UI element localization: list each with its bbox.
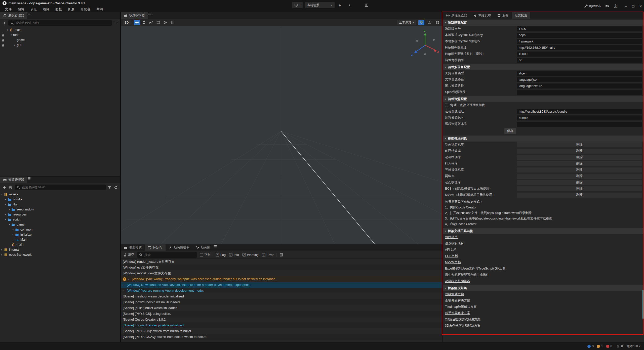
asset-node-resources[interactable]: ▸resources [0,212,120,217]
link-游戏模板项目[interactable]: 游戏模板项目 [445,241,464,246]
menu-3[interactable]: 节点 [28,7,39,12]
link-全栈开发解决方案[interactable]: 全栈开发解决方案 [445,298,470,303]
section-header-6[interactable]: ▾框架解决方案 [443,285,644,291]
remote-load-checkbox[interactable]: 游戏中资源是否远程加载 [443,102,644,108]
remove-module-button[interactable]: 剔除 [517,193,642,198]
log-row-8[interactable]: [Scene] [box2d]:box2d wasm lib loaded. [121,299,442,305]
remove-module-button[interactable]: 剔除 [517,167,642,172]
link-2D角色扮演游戏解决方案[interactable]: 2D角色扮演游戏解决方案 [445,317,480,322]
log-row-9[interactable]: [Scene] [bullet]:bullet wasm lib loaded. [121,305,442,311]
link-战棋游戏框架[interactable]: 战棋游戏框架 [445,292,464,296]
chevron-right-icon[interactable]: ▸ [11,233,15,236]
menu-7[interactable]: 开发者 [78,7,93,12]
link-ECS文档[interactable]: ECS文档 [445,254,458,258]
field-input-0-1[interactable] [517,33,642,38]
menu-4[interactable]: 项目 [40,7,52,12]
hierarchy-filter-icon[interactable] [113,21,118,25]
tab-资源预览[interactable]: 资源预览 [121,244,145,251]
filter-warning-checkbox[interactable]: Warning [243,253,259,257]
asset-node-assets[interactable]: ▾assets [0,192,120,197]
tab-框架配置[interactable]: 框架配置 [512,12,530,19]
dimension-toggle-button[interactable]: 3D [123,20,131,25]
asset-node-internal[interactable]: ▸internal [0,247,120,252]
scene-select-dropdown[interactable]: 当前场景▾ [305,2,335,8]
create-asset-button[interactable] [2,185,7,190]
create-node-button[interactable] [2,21,7,25]
scrollbar-thumb[interactable] [642,290,644,319]
chevron-down-icon[interactable]: ▾ [9,34,13,36]
log-row-13[interactable]: [Scene] [PHYSICS]: switch from builtin t… [121,328,442,334]
expand-log-icon[interactable]: ▸ [123,289,127,292]
rotate-tool-button[interactable] [141,20,147,25]
asset-node-common[interactable]: ▸common [0,227,120,232]
field-input-2-2[interactable] [517,122,642,127]
chevron-down-icon[interactable]: ▾ [8,223,11,226]
hierarchy-search-input[interactable] [16,21,110,25]
orientation-gizmo[interactable]: Y X Z [410,30,440,60]
log-row-3[interactable]: [Window] model_view文件夹存在 [121,270,442,276]
log-row-2[interactable]: [Window] ecs文件夹存在 [121,265,442,270]
asset-node-script[interactable]: ▾script [0,217,120,222]
asset-node-initialize[interactable]: ▸initialize [0,232,120,237]
save-button[interactable]: 保存 [504,128,516,134]
log-row-7[interactable]: [Scene] meshopt wasm decoder initialized [121,293,442,299]
view-mode-dropdown[interactable]: 正常浏览▾ [397,20,416,25]
clear-console-button[interactable]: 清空 [123,253,134,257]
log-count[interactable]: 3 [587,344,594,348]
link-动画状态机编辑器[interactable]: 动画状态机编辑器 [445,279,470,283]
scene-light-toggle[interactable] [418,20,424,25]
tab-动画编辑器[interactable]: 动画编辑器 [166,244,193,251]
snap-tool-button[interactable] [169,20,175,25]
field-input-1-0[interactable] [517,71,642,76]
rect-tool-button[interactable] [155,20,161,25]
chevron-down-icon[interactable]: ▾ [0,193,4,196]
hierarchy-node-main[interactable]: ▾main [0,27,120,32]
log-file-icon[interactable] [279,252,284,257]
filter-info-checkbox[interactable]: Info [229,253,239,257]
layout-button[interactable] [363,2,371,8]
refresh-assets-button[interactable] [113,185,118,190]
link-教程项目[interactable]: 教程项目 [445,235,458,239]
menu-2[interactable]: 编辑 [15,7,27,12]
tab-动画图[interactable]: 动画图 [192,244,213,251]
asset-node-libs[interactable]: ▾libs [0,202,120,207]
expand-log-icon[interactable]: ▸ [128,278,132,280]
log-row-14[interactable]: [Scene] [PHYSICS2D]: switch from box2d-w… [121,334,442,340]
section-header-1[interactable]: ▾游戏基础配置 [443,20,644,26]
chevron-right-icon[interactable]: ▸ [0,253,4,256]
step-button[interactable] [346,2,354,8]
link-Tiledmap地图解决方案[interactable]: Tiledmap地图解决方案 [445,305,477,309]
error-count[interactable]: 0 [606,344,612,348]
menu-5[interactable]: 面板 [53,7,64,12]
tab-assets[interactable]: 资源管理器 [0,177,27,183]
field-input-2-0[interactable] [517,109,642,114]
chevron-right-icon[interactable]: ▸ [13,44,17,46]
log-row-4[interactable]: !▸[Window] [Vue warn]: Property "onInput… [121,276,442,282]
asset-node-oops-framework[interactable]: ▸oops-framework [0,252,120,257]
field-input-2-1[interactable] [517,115,642,120]
maximize-button[interactable]: ▢ [632,4,635,8]
scene-viewport[interactable]: Y X Z [121,26,442,244]
scale-tool-button[interactable] [148,20,154,25]
link-3D角色扮演游戏解决方案[interactable]: 3D角色扮演游戏解决方案 [445,324,480,328]
help-icon[interactable]: ? [613,4,618,9]
scene-settings-icon[interactable] [434,20,440,25]
hierarchy-node-game[interactable]: game [0,37,120,42]
link-API文档[interactable]: API文档 [445,248,456,252]
link-Excel格式转Json文件与TypeScript代码工具[interactable]: Excel格式转Json文件与TypeScript代码工具 [445,267,506,271]
remove-module-button[interactable]: 剔除 [517,142,642,147]
section-header-4[interactable]: ▾框架模块剔除 [443,136,644,142]
log-row-11[interactable]: [Scene] Cocos Creator v3.8.2 [121,317,442,322]
chevron-down-icon[interactable]: ▾ [6,29,9,31]
build-shortcut-button[interactable]: 构建发布 [584,4,601,8]
hierarchy-node-gui[interactable]: ▸gui [0,42,120,48]
remove-module-button[interactable]: 剔除 [517,155,642,160]
move-tool-button[interactable] [134,20,140,25]
assets-search-input[interactable] [22,186,104,189]
hierarchy-node-root[interactable]: ▾root [0,32,120,37]
tab-hierarchy[interactable]: 层级管理器 [0,12,27,19]
section-header-5[interactable]: ▾框架文档工具链接 [443,228,644,234]
preview-target-dropdown[interactable]: ▾ [292,2,303,8]
menu-6[interactable]: 扩展 [65,7,77,12]
chevron-down-icon[interactable]: ▾ [4,203,8,206]
